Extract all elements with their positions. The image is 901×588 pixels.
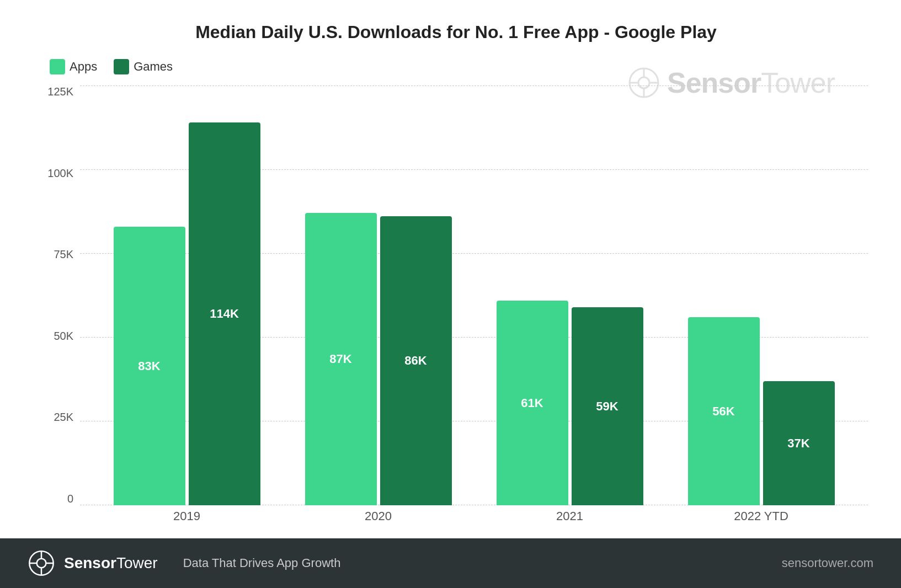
apps-bar: 87K (305, 213, 377, 505)
apps-bar: 56K (688, 317, 760, 505)
bars-area: 83K114K87K86K61K59K56K37K (80, 85, 868, 505)
legend-games-color (114, 59, 129, 74)
games-bar: 37K (763, 381, 835, 505)
legend-apps-color (50, 59, 65, 74)
chart-plot: 83K114K87K86K61K59K56K37K 20192020202120… (80, 85, 868, 527)
games-bar-label: 86K (404, 354, 426, 368)
games-bar-label: 59K (596, 399, 618, 414)
x-axis-label: 2021 (474, 509, 665, 523)
svg-point-7 (37, 559, 46, 568)
footer-url: sensortower.com (782, 556, 873, 570)
games-bar: 86K (380, 216, 452, 505)
games-bar-label: 114K (210, 307, 239, 321)
apps-bar: 83K (114, 227, 185, 505)
games-bar-wrapper: 59K (572, 307, 643, 505)
legend-apps-label: Apps (70, 60, 97, 74)
y-axis-label: 75K (44, 248, 80, 261)
apps-bar-wrapper: 83K (114, 227, 185, 505)
bar-group: 61K59K (474, 301, 665, 505)
chart-area: 025K50K75K100K125K 83K114K87K86K61K59K56… (44, 85, 868, 527)
footer-brand-sensor: Sensor (64, 554, 116, 571)
y-axis-label: 50K (44, 330, 80, 343)
bar-group: 83K114K (91, 122, 282, 505)
y-axis-label: 25K (44, 411, 80, 424)
legend-apps: Apps (50, 59, 97, 74)
y-axis: 025K50K75K100K125K (44, 85, 80, 527)
y-axis-label: 125K (44, 85, 80, 98)
apps-bar-wrapper: 61K (497, 301, 568, 505)
footer-logo-icon (28, 549, 55, 577)
legend-games: Games (114, 59, 173, 74)
legend-games-label: Games (134, 60, 173, 74)
chart-title: Median Daily U.S. Downloads for No. 1 Fr… (44, 22, 868, 42)
apps-bar-label: 87K (329, 352, 351, 366)
x-axis-label: 2020 (282, 509, 474, 523)
bar-group: 87K86K (282, 213, 474, 505)
games-bar-wrapper: 114K (189, 122, 260, 505)
chart-container: Median Daily U.S. Downloads for No. 1 Fr… (0, 0, 901, 538)
games-bar: 114K (189, 122, 260, 505)
apps-bar-label: 56K (712, 404, 734, 419)
footer-brand: SensorTower (64, 554, 158, 572)
x-axis-label: 2022 YTD (665, 509, 857, 523)
games-bar-wrapper: 86K (380, 216, 452, 505)
x-axis-label: 2019 (91, 509, 282, 523)
footer-brand-tower: Tower (116, 554, 158, 571)
x-labels: 2019202020212022 YTD (80, 505, 868, 527)
games-bar-label: 37K (787, 436, 809, 451)
apps-bar-wrapper: 56K (688, 317, 760, 505)
games-bar-wrapper: 37K (763, 381, 835, 505)
bar-group: 56K37K (665, 317, 857, 505)
footer-tagline: Data That Drives App Growth (183, 556, 341, 570)
footer-left: SensorTower Data That Drives App Growth (28, 549, 340, 577)
apps-bar-wrapper: 87K (305, 213, 377, 505)
apps-bar-label: 61K (521, 396, 543, 410)
footer: SensorTower Data That Drives App Growth … (0, 538, 901, 588)
apps-bar: 61K (497, 301, 568, 505)
apps-bar-label: 83K (138, 359, 160, 373)
y-axis-label: 0 (44, 493, 80, 505)
games-bar: 59K (572, 307, 643, 505)
y-axis-label: 100K (44, 167, 80, 180)
